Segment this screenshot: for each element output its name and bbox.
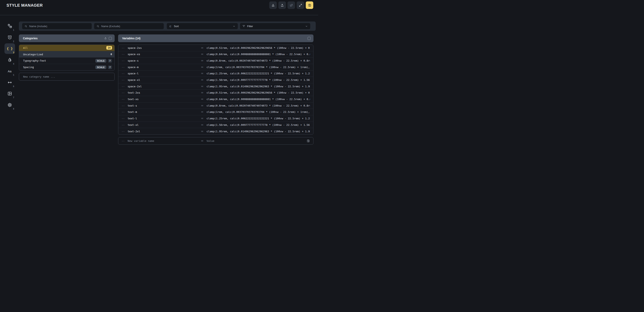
sidebar-item-braces[interactable]: { }3	[4, 43, 15, 54]
variable-row-text-m[interactable]: --text-mclamp(1rem, calc(0.0037037037037…	[118, 109, 313, 115]
variable-name[interactable]: space-2xs	[128, 46, 201, 49]
categories-header: Categories	[19, 34, 115, 42]
download-button[interactable]	[269, 1, 277, 9]
variables-select-all-checkbox[interactable]	[308, 37, 311, 40]
funnel-icon	[242, 25, 245, 28]
upload-button[interactable]	[278, 1, 286, 9]
svg-text:Aa: Aa	[8, 69, 12, 73]
sidebar-item-css3[interactable]: 32	[4, 32, 15, 43]
svg-text:{ }: { }	[7, 47, 12, 50]
variable-row-text-xl[interactable]: --text-xlclamp(1.56rem, calc(0.009777777…	[118, 122, 313, 128]
variable-prefix: --	[122, 98, 128, 101]
variable-name[interactable]: text-m	[128, 110, 201, 114]
variable-name[interactable]: text-2xl	[128, 130, 201, 133]
variable-row-space-xs[interactable]: --space-xsclamp(0.64rem, calc(0.00088888…	[118, 51, 313, 58]
variable-name[interactable]: text-xl	[128, 123, 201, 126]
export-category-icon[interactable]	[104, 37, 107, 40]
variable-value[interactable]: clamp(1.56rem, calc(0.00977777777777778 …	[206, 123, 310, 126]
sidebar-item-width-arrows[interactable]: 6	[4, 77, 15, 88]
variable-row-space-l[interactable]: --space-lclamp(1.25rem, calc(0.006222222…	[118, 70, 313, 77]
filter-label: Filter	[247, 25, 253, 28]
variable-row-text-s[interactable]: --text-sclamp(0.8rem, calc(0.00207407407…	[118, 103, 313, 109]
sidebar-item-layout-panels[interactable]: 7	[4, 88, 15, 99]
sort-az-icon: AZ	[169, 25, 172, 28]
download-icon	[271, 3, 275, 7]
variable-name[interactable]: space-m	[128, 66, 201, 69]
category-count-badge: 7	[108, 59, 112, 63]
variable-name[interactable]: text-xs	[128, 98, 201, 101]
variable-row-space-xl[interactable]: --space-xlclamp(1.56rem, calc(0.00977777…	[118, 77, 313, 83]
variable-row-space-2xl[interactable]: --space-2xlclamp(1.95rem, calc(0.0149629…	[118, 83, 313, 90]
new-variable-row[interactable]: --	[118, 137, 314, 145]
new-category-field[interactable]	[19, 73, 115, 81]
name-exclude-field[interactable]	[94, 23, 164, 29]
variable-value[interactable]: clamp(1.25rem, calc(0.006222222222222221…	[206, 72, 310, 75]
variable-prefix: --	[122, 53, 128, 56]
svg-text:A: A	[170, 25, 171, 26]
sidebar-item-settings[interactable]: 8	[4, 100, 15, 110]
expand-button[interactable]	[297, 1, 304, 9]
variable-value[interactable]: clamp(1.95rem, calc(0.014962962962962963…	[206, 85, 310, 88]
variable-name[interactable]: text-l	[128, 117, 201, 120]
svg-text:3: 3	[9, 36, 10, 38]
category-row-typography-text[interactable]: Typography—TextSCALE7	[19, 58, 114, 64]
variable-prefix: --	[122, 59, 128, 62]
variable-value[interactable]: clamp(0.64rem, calc(0.000888888888888888…	[206, 98, 310, 101]
variable-value[interactable]: clamp(1.56rem, calc(0.00977777777777778 …	[206, 78, 310, 81]
save-variable-button[interactable]	[306, 139, 310, 143]
variable-row-space-s[interactable]: --space-sclamp(0.8rem, calc(0.0020740740…	[118, 58, 313, 64]
equals-icon	[201, 139, 204, 143]
variable-value[interactable]: clamp(1rem, calc(0.003703703703703704 * …	[206, 66, 310, 69]
eye-off-icon	[290, 3, 293, 7]
variable-row-text-2xs[interactable]: --text-2xsclamp(0.51rem, calc(0.00029629…	[118, 90, 313, 96]
variable-value[interactable]: clamp(0.64rem, calc(0.000888888888888888…	[206, 53, 310, 56]
variable-row-text-xs[interactable]: --text-xsclamp(0.64rem, calc(0.000888888…	[118, 96, 313, 103]
new-category-input[interactable]	[23, 75, 110, 78]
variable-row-space-2xs[interactable]: --space-2xsclamp(0.51rem, calc(0.0002962…	[118, 45, 313, 51]
variable-value[interactable]: clamp(0.8rem, calc(0.002074074074074073 …	[206, 59, 310, 62]
filter-select[interactable]: Filter	[240, 23, 310, 29]
variable-value[interactable]: clamp(1.95rem, calc(0.014962962962962963…	[206, 130, 310, 133]
variable-value[interactable]: clamp(1.25rem, calc(0.006222222222222221…	[206, 117, 310, 120]
category-row-uncategorized[interactable]: Uncategorized0	[19, 51, 114, 58]
variable-name[interactable]: space-2xl	[128, 85, 201, 88]
variable-prefix: --	[122, 66, 128, 69]
equals-icon	[201, 66, 204, 69]
variable-value[interactable]: clamp(0.8rem, calc(0.002074074074074073 …	[206, 104, 310, 107]
new-variable-value-input[interactable]	[206, 139, 306, 143]
name-include-input[interactable]	[29, 25, 90, 28]
name-include-field[interactable]	[22, 23, 92, 29]
categories-select-all-checkbox[interactable]	[109, 37, 112, 40]
sidebar-item-typography[interactable]: Aa5	[4, 66, 15, 76]
variable-name[interactable]: space-xs	[128, 53, 201, 56]
sidebar-item-number: 8	[13, 108, 14, 110]
category-row-all[interactable]: All14	[19, 45, 114, 51]
save-button[interactable]	[306, 1, 313, 9]
sidebar-item-paint-styles[interactable]: 1	[4, 21, 15, 31]
variables-list: --space-2xsclamp(0.51rem, calc(0.0002962…	[118, 45, 314, 135]
sort-select[interactable]: AZ Sort	[167, 23, 238, 29]
category-name: Spacing	[23, 66, 34, 69]
variable-value[interactable]: clamp(0.51rem, calc(0.000296296296296296…	[206, 91, 310, 94]
sidebar-item-droplet[interactable]: 4	[4, 55, 15, 65]
variable-name[interactable]: text-s	[128, 104, 201, 107]
eye-off-button[interactable]	[288, 1, 295, 9]
variable-value[interactable]: clamp(0.51rem, calc(0.000296296296296296…	[206, 46, 310, 49]
variable-value[interactable]: clamp(1rem, calc(0.003703703703703704 * …	[206, 110, 310, 114]
variable-row-text-l[interactable]: --text-lclamp(1.25rem, calc(0.0062222222…	[118, 115, 313, 122]
chevron-down-icon	[305, 25, 308, 28]
name-exclude-input[interactable]	[101, 25, 162, 28]
variable-name[interactable]: text-2xs	[128, 91, 201, 94]
variable-name[interactable]: space-s	[128, 59, 201, 62]
equals-icon	[201, 98, 204, 101]
save-icon	[306, 139, 310, 143]
variable-name[interactable]: space-l	[128, 72, 201, 75]
variable-name[interactable]: space-xl	[128, 78, 201, 81]
variable-prefix: --	[122, 72, 128, 75]
category-row-spacing[interactable]: SpacingSCALE7	[19, 64, 114, 70]
new-variable-name-input[interactable]	[128, 139, 201, 143]
variable-row-space-m[interactable]: --space-mclamp(1rem, calc(0.003703703703…	[118, 64, 313, 70]
equals-icon	[201, 117, 204, 120]
sidebar-item-number: 3	[13, 51, 14, 54]
variable-row-text-2xl[interactable]: --text-2xlclamp(1.95rem, calc(0.01496296…	[118, 128, 313, 135]
